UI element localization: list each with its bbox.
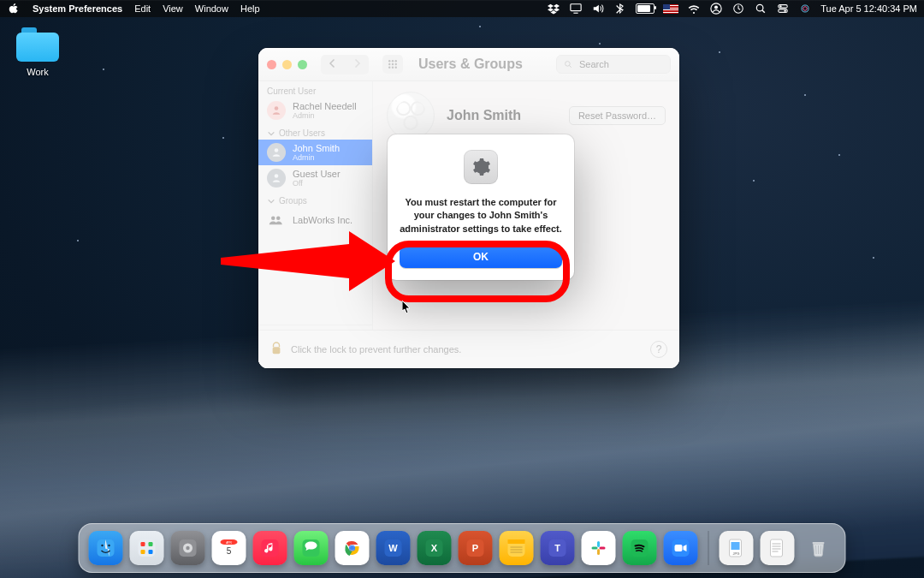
user-fast-switch-icon[interactable] — [709, 2, 723, 15]
lock-icon[interactable] — [270, 341, 282, 358]
dock-item-spotify[interactable] — [623, 531, 657, 565]
sidebar-section-other[interactable]: Other Users — [258, 123, 372, 140]
svg-rect-67 — [592, 547, 598, 550]
svg-point-19 — [392, 67, 394, 69]
sidebar-user-item[interactable]: Guest User Off — [258, 165, 372, 191]
sidebar-group-name: LabWorks Inc. — [293, 215, 352, 225]
svg-point-12 — [388, 60, 390, 62]
dock-item-teams[interactable]: T — [541, 531, 575, 565]
svg-point-8 — [785, 9, 786, 11]
sidebar-current-user[interactable]: Rachel Needell Admin — [258, 98, 372, 123]
dock-item-document-jpg[interactable]: JPG — [720, 531, 754, 565]
group-icon — [267, 211, 286, 229]
svg-point-26 — [276, 217, 281, 221]
forward-button[interactable] — [345, 55, 369, 74]
reset-password-button[interactable]: Reset Password… — [569, 106, 666, 125]
sidebar-user-name: John Smith — [293, 143, 340, 153]
volume-icon[interactable] — [591, 2, 605, 15]
svg-point-24 — [275, 174, 279, 178]
input-source-us-icon[interactable] — [663, 4, 678, 14]
sidebar-user-item[interactable]: John Smith Admin — [258, 140, 372, 165]
bluetooth-icon[interactable] — [613, 2, 627, 15]
svg-text:P: P — [472, 543, 478, 553]
clock-sync-icon[interactable] — [732, 2, 745, 15]
sidebar-group-item[interactable]: LabWorks Inc. — [258, 207, 372, 233]
minimize-button[interactable] — [282, 60, 292, 69]
dropbox-icon[interactable] — [547, 2, 560, 15]
menu-help[interactable]: Help — [240, 3, 260, 14]
svg-line-82 — [816, 545, 817, 554]
window-titlebar: Users & Groups — [258, 48, 679, 81]
svg-point-40 — [186, 546, 189, 550]
dock-item-document-note[interactable] — [761, 531, 795, 565]
menu-view[interactable]: View — [163, 3, 183, 14]
svg-point-25 — [271, 217, 275, 221]
control-center-icon[interactable] — [776, 2, 790, 15]
svg-point-31 — [101, 545, 103, 546]
sidebar-section-groups[interactable]: Groups — [258, 191, 372, 207]
svg-point-7 — [779, 5, 781, 7]
back-button[interactable] — [321, 55, 345, 74]
dock-item-word[interactable]: W — [376, 531, 411, 565]
user-name-heading: John Smith — [447, 108, 521, 123]
menu-app-name[interactable]: System Preferences — [33, 3, 122, 14]
dock-item-notes[interactable] — [500, 531, 534, 565]
svg-point-18 — [388, 67, 390, 69]
screen-mirroring-icon[interactable] — [569, 2, 583, 15]
svg-line-84 — [820, 545, 821, 554]
svg-point-17 — [395, 63, 397, 65]
zoom-button[interactable] — [298, 60, 307, 69]
menu-window[interactable]: Window — [195, 3, 228, 14]
annotation-arrow — [221, 231, 400, 291]
svg-rect-36 — [141, 550, 145, 554]
system-preferences-icon — [464, 150, 498, 184]
desktop-folder-label: Work — [12, 67, 63, 77]
sidebar-user-role: Admin — [293, 153, 340, 162]
svg-rect-72 — [675, 545, 683, 551]
user-avatar-icon — [267, 143, 286, 162]
apple-menu-icon[interactable] — [7, 2, 21, 15]
close-button[interactable] — [267, 60, 276, 69]
show-all-button[interactable] — [382, 55, 403, 74]
dock-item-music[interactable] — [253, 531, 287, 565]
dock-item-launchpad[interactable] — [130, 531, 164, 565]
svg-text:JPG: JPG — [733, 551, 740, 556]
svg-text:X: X — [431, 543, 438, 553]
svg-point-14 — [395, 60, 397, 62]
dock-item-powerpoint[interactable]: P — [459, 531, 493, 565]
menu-edit[interactable]: Edit — [134, 3, 151, 14]
dock-item-system-preferences[interactable] — [171, 531, 205, 565]
search-input[interactable] — [578, 58, 663, 70]
svg-rect-33 — [139, 539, 156, 557]
battery-icon[interactable] — [636, 3, 654, 14]
chevron-down-icon — [267, 129, 275, 138]
search-box[interactable] — [556, 55, 671, 74]
svg-rect-0 — [571, 4, 581, 11]
siri-icon[interactable] — [798, 2, 812, 15]
svg-text:APR: APR — [226, 541, 232, 545]
dock-item-chrome[interactable] — [335, 531, 370, 565]
menu-clock[interactable]: Tue Apr 5 12:40:34 PM — [820, 3, 917, 14]
dock-item-finder[interactable] — [89, 531, 123, 565]
dock-item-slack[interactable] — [582, 531, 616, 565]
desktop-folder-work[interactable]: Work — [12, 27, 63, 77]
nav-back-forward — [321, 55, 369, 74]
svg-rect-81 — [813, 542, 825, 544]
dock-item-calendar[interactable]: APR5 — [212, 531, 246, 565]
desktop: System Preferences Edit View Window Help… — [0, 0, 924, 578]
spotlight-icon[interactable] — [754, 2, 767, 15]
help-button[interactable]: ? — [650, 341, 667, 358]
sidebar-user-role: Off — [293, 179, 341, 188]
restart-required-dialog: You must restart the computer for your c… — [388, 134, 574, 280]
dock-item-excel[interactable]: X — [418, 531, 452, 565]
dock-item-messages[interactable] — [294, 531, 329, 565]
dock-item-zoom[interactable] — [664, 531, 698, 565]
dock-item-trash[interactable] — [802, 531, 836, 565]
svg-rect-35 — [149, 542, 153, 546]
user-avatar-large[interactable] — [387, 92, 435, 140]
svg-rect-74 — [732, 542, 740, 550]
wifi-icon[interactable] — [687, 2, 701, 15]
ok-button[interactable]: OK — [400, 246, 562, 268]
svg-point-4 — [757, 4, 764, 11]
sidebar-section-current: Current User — [258, 81, 372, 98]
